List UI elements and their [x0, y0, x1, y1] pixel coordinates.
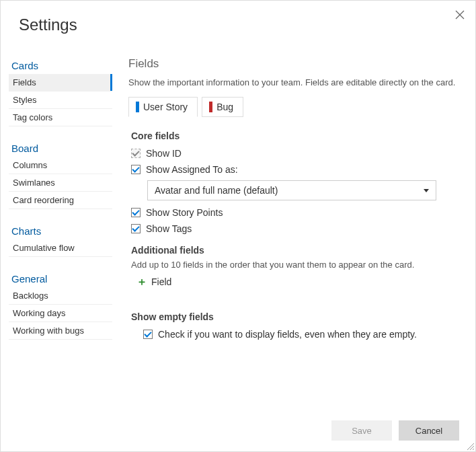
plus-icon: ＋: [136, 276, 147, 287]
sidebar-item-cumulative-flow[interactable]: Cumulative flow: [9, 239, 112, 257]
svg-line-4: [473, 449, 474, 450]
settings-dialog: Settings Cards Fields Styles Tag colors …: [0, 0, 476, 452]
sidebar-item-backlogs[interactable]: Backlogs: [9, 287, 112, 305]
show-empty-fields-heading: Show empty fields: [131, 311, 457, 322]
show-tags-checkbox[interactable]: [131, 224, 141, 233]
sidebar-item-card-reordering[interactable]: Card reordering: [9, 192, 112, 209]
sidebar-section-board: Board: [9, 139, 112, 157]
show-empty-fields-label: Check if you want to display fields, eve…: [158, 329, 417, 340]
show-story-points-label: Show Story Points: [146, 207, 223, 218]
show-tags-label: Show Tags: [146, 223, 192, 234]
tabs: User Story Bug: [128, 97, 457, 117]
sidebar-item-styles[interactable]: Styles: [9, 91, 112, 109]
work-item-color-icon: [209, 102, 212, 112]
sidebar-item-fields[interactable]: Fields: [9, 74, 112, 91]
sidebar-item-swimlanes[interactable]: Swimlanes: [9, 174, 112, 192]
close-button[interactable]: [454, 9, 466, 21]
tab-user-story[interactable]: User Story: [128, 97, 198, 117]
show-id-label: Show ID: [146, 148, 182, 159]
resize-grip-icon[interactable]: [466, 442, 474, 450]
footer: Save Cancel: [331, 420, 459, 441]
dialog-title: Settings: [1, 1, 475, 34]
chevron-down-icon: [424, 189, 429, 192]
sidebar-item-columns[interactable]: Columns: [9, 157, 112, 174]
tab-label: User Story: [143, 102, 188, 112]
tab-bug[interactable]: Bug: [202, 97, 243, 117]
main-panel: Fields Show the important information to…: [112, 56, 457, 391]
additional-fields-heading: Additional fields: [131, 245, 457, 256]
sidebar: Cards Fields Styles Tag colors Board Col…: [9, 56, 112, 391]
sidebar-section-cards: Cards: [9, 56, 112, 74]
show-assigned-to-checkbox[interactable]: [131, 165, 141, 174]
select-value: Avatar and full name (default): [155, 185, 278, 196]
show-story-points-checkbox[interactable]: [131, 208, 141, 217]
sidebar-item-working-with-bugs[interactable]: Working with bugs: [9, 322, 112, 340]
sidebar-item-working-days[interactable]: Working days: [9, 305, 112, 322]
show-id-checkbox[interactable]: [131, 149, 141, 158]
core-fields-heading: Core fields: [131, 130, 457, 141]
add-field-label: Field: [151, 276, 171, 287]
page-heading: Fields: [128, 57, 457, 71]
additional-fields-hint: Add up to 10 fields in the order that yo…: [131, 260, 457, 270]
close-icon: [455, 10, 465, 20]
save-button[interactable]: Save: [331, 420, 392, 441]
assigned-to-display-select[interactable]: Avatar and full name (default): [147, 180, 436, 200]
page-description: Show the important information to your t…: [128, 77, 457, 87]
cancel-button[interactable]: Cancel: [399, 420, 459, 441]
add-field-button[interactable]: ＋ Field: [136, 276, 457, 287]
show-assigned-to-label: Show Assigned To as:: [146, 164, 238, 175]
work-item-color-icon: [136, 102, 139, 112]
tab-label: Bug: [216, 102, 233, 112]
sidebar-item-tag-colors[interactable]: Tag colors: [9, 109, 112, 126]
sidebar-section-general: General: [9, 269, 112, 287]
sidebar-section-charts: Charts: [9, 221, 112, 239]
show-empty-fields-checkbox[interactable]: [143, 330, 153, 339]
